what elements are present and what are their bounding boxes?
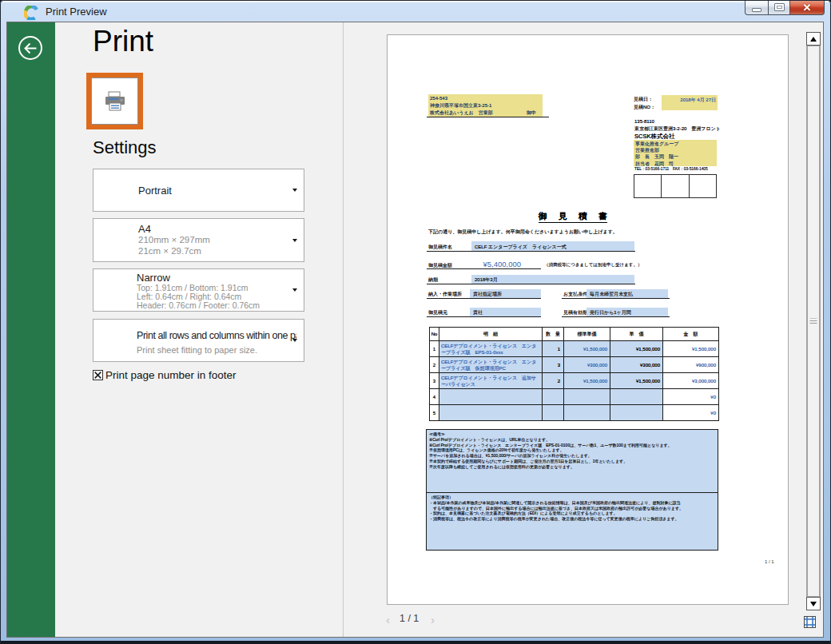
print-page-number-label: Print page number in footer bbox=[105, 369, 237, 381]
app-logo-icon bbox=[24, 6, 38, 20]
col-no: No bbox=[430, 328, 439, 341]
orientation-dropdown[interactable]: Portrait bbox=[93, 169, 304, 212]
sender-dept: 営業推進部 bbox=[635, 147, 715, 153]
scrollbar-grip-icon bbox=[810, 319, 817, 324]
quote-meta-labels: 見積日： 見積NO： bbox=[634, 95, 655, 111]
quotation-document: 254-543 神奈川県平塚市国立東3-25-1 株式会社あいうえお 営業部御中… bbox=[387, 34, 789, 605]
settings-heading: Settings bbox=[93, 137, 157, 158]
sender-manager: 部 長 玉岡 陽一 bbox=[635, 153, 715, 160]
chevron-down-icon bbox=[292, 239, 297, 242]
amount-underline bbox=[427, 268, 541, 269]
window-frame-bottom bbox=[0, 641, 831, 644]
amount-note: （消費税等につきましては別途申し受けます。） bbox=[544, 262, 642, 268]
sender-postal: 135-8110 bbox=[634, 118, 654, 125]
paper-size-dropdown[interactable]: A4 210mm × 297mm 21cm × 29.7cm bbox=[93, 218, 304, 262]
sender-contact-block: 事業化推進グループ 営業推進部 部 長 玉岡 陽一 担当者 花岡 司 bbox=[634, 140, 717, 166]
recipient-company: 株式会社あいうえお 営業部御中 bbox=[430, 109, 541, 117]
stamp-cell bbox=[662, 175, 689, 197]
paper-size-value: A4 bbox=[138, 223, 304, 235]
orientation-value: Portrait bbox=[93, 185, 172, 197]
scrollbar-thumb[interactable] bbox=[807, 46, 820, 597]
close-button[interactable]: ✕ bbox=[789, 0, 825, 15]
recipient-block: 254-543 神奈川県平塚市国立東3-25-1 株式会社あいうえお 営業部御中 bbox=[428, 94, 543, 117]
printer-icon bbox=[103, 89, 127, 113]
previous-page-button[interactable]: ‹ bbox=[386, 612, 390, 628]
quote-date-label: 見積日： bbox=[634, 95, 655, 103]
recipient-postal: 254-543 bbox=[430, 95, 541, 102]
next-page-button[interactable]: › bbox=[431, 612, 435, 628]
page-indicator: 1 / 1 bbox=[400, 613, 419, 624]
subject-underline bbox=[427, 251, 635, 252]
titlebar[interactable]: Print Preview ✕ bbox=[0, 0, 831, 22]
items-table: No 明 細 数 量 標準単価 単 価 金 額 1 CELFデプロイメント・ライ… bbox=[429, 327, 719, 421]
window-title: Print Preview bbox=[46, 6, 107, 18]
quote-date-value: 2018年 4月 27日 bbox=[662, 95, 718, 110]
print-button[interactable] bbox=[86, 73, 143, 129]
chevron-down-icon bbox=[292, 288, 297, 292]
chevron-down-icon bbox=[292, 189, 297, 192]
minimize-button[interactable] bbox=[745, 0, 769, 15]
back-arrow-icon bbox=[23, 41, 38, 56]
margins-value: Narrow bbox=[137, 272, 304, 284]
quote-no-label: 見積NO： bbox=[634, 103, 655, 111]
print-preview-window: Print Preview ✕ Print bbox=[0, 0, 831, 644]
subject-value: CELF エンタープライズ ライセンス一式 bbox=[475, 244, 567, 251]
notes-heading: （特記事項） bbox=[429, 495, 715, 500]
notes-section: （特記事項） ・本製品/本作業の成果物及び本製品/本作業に関連して開示される技術… bbox=[427, 493, 718, 550]
sidebar bbox=[7, 22, 55, 637]
scaling-detail: Print sheet fitting to paper size. bbox=[137, 345, 292, 356]
table-row: 2 CELFデプロイメント・ライセンス エンタープライズ版 仮想環境用PC 3 … bbox=[430, 357, 719, 373]
stamp-boxes bbox=[634, 174, 717, 198]
remarks-heading: ≪備考≫ bbox=[429, 431, 715, 437]
chevron-down-icon bbox=[292, 339, 297, 342]
table-row: 5 ¥0 bbox=[430, 405, 719, 421]
recipient-underline bbox=[427, 117, 549, 117]
scroll-down-button[interactable] bbox=[806, 597, 821, 610]
backstage-content: Print Settings Portrait A4 210mm bbox=[6, 22, 824, 638]
validity-underline bbox=[562, 316, 670, 317]
close-icon: ✕ bbox=[803, 0, 812, 15]
scaling-dropdown[interactable]: Print all rows and columns within one pa… bbox=[93, 319, 304, 362]
sender-tel: TEL：03-5166-1711 FAX：03-5166-1405 bbox=[634, 167, 708, 172]
delivery-underline bbox=[427, 284, 635, 284]
minimize-icon bbox=[752, 8, 761, 12]
margins-detail-header-footer: Header: 0.76cm / Footer: 0.76cm bbox=[137, 301, 304, 310]
table-row: 1 CELFデプロイメント・ライセンス エンタープライズ版 EPS-01-0xx… bbox=[430, 341, 719, 357]
preview-scrollbar[interactable] bbox=[806, 32, 821, 610]
pane-divider bbox=[343, 22, 344, 637]
col-item: 明 細 bbox=[439, 328, 543, 341]
print-page-number-checkbox[interactable] bbox=[93, 370, 103, 380]
subject-label: 御見積件名 bbox=[428, 244, 452, 251]
col-qty: 数 量 bbox=[543, 328, 564, 341]
page-borders-button[interactable] bbox=[804, 616, 816, 628]
paper-size-detail-cm: 21cm × 29.7cm bbox=[138, 246, 304, 257]
sender-contact: 担当者 花岡 司 bbox=[635, 161, 715, 167]
col-amount: 金 額 bbox=[663, 328, 719, 341]
table-row: 4 ¥0 bbox=[430, 389, 719, 405]
stamp-cell bbox=[634, 175, 662, 197]
amount-value: ¥5,400,000 bbox=[459, 260, 521, 268]
items-table-header-row: No 明 細 数 量 標準単価 単 価 金 額 bbox=[430, 328, 719, 341]
triangle-up-icon bbox=[810, 37, 817, 42]
source-underline bbox=[427, 316, 541, 317]
payment-underline bbox=[562, 298, 670, 299]
margins-dropdown[interactable]: Narrow Top: 1.91cm / Bottom: 1.91cm Left… bbox=[93, 268, 304, 312]
col-unit-price: 単 価 bbox=[610, 328, 663, 341]
doc-page-number: 1 / 1 bbox=[765, 559, 774, 564]
table-row: 3 CELFデプロイメント・ライセンス 追加サーバライセンス 2 ¥1,500,… bbox=[430, 373, 719, 389]
scrollbar-track[interactable] bbox=[806, 46, 821, 597]
remarks-box: ≪備考≫ ※Curl Pro/デプロイメント・ライセンスは、URL単位となります… bbox=[426, 429, 718, 551]
maximize-icon bbox=[774, 3, 785, 11]
sender-group: 事業化推進グループ bbox=[635, 141, 715, 147]
remarks-section: ≪備考≫ ※Curl Pro/デプロイメント・ライセンスは、URL単位となります… bbox=[427, 430, 718, 493]
maximize-button[interactable] bbox=[768, 0, 790, 15]
col-std-price: 標準単価 bbox=[564, 328, 610, 341]
checkbox-x-mark-icon bbox=[93, 371, 102, 380]
paper-size-detail-mm: 210mm × 297mm bbox=[138, 235, 304, 246]
scroll-up-button[interactable] bbox=[806, 32, 821, 46]
back-button[interactable] bbox=[18, 36, 42, 60]
document-title: 御 見 積 書 bbox=[539, 211, 607, 223]
recipient-address: 神奈川県平塚市国立東3-25-1 bbox=[430, 102, 541, 109]
page-title: Print bbox=[93, 26, 153, 56]
stamp-cell bbox=[690, 175, 716, 197]
